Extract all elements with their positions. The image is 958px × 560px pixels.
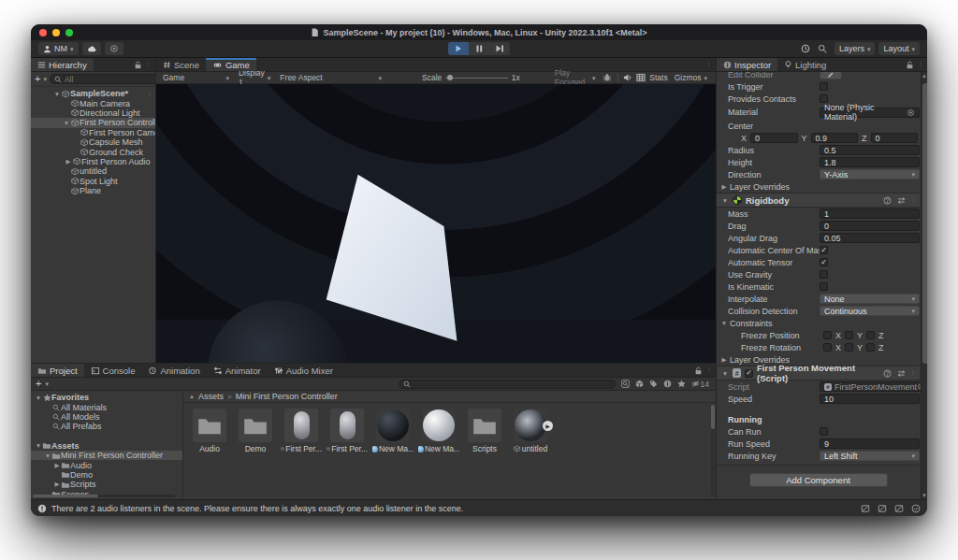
- tree-all-models[interactable]: All Models: [31, 412, 182, 422]
- use-gravity-checkbox[interactable]: [820, 270, 828, 279]
- tree-favorites[interactable]: ▼ Favorites: [31, 393, 182, 402]
- run-speed-field[interactable]: 9: [820, 438, 920, 449]
- freeze-position-x-checkbox[interactable]: [823, 331, 832, 339]
- foldout-open-icon[interactable]: ▼: [721, 370, 729, 377]
- inspector-scrollbar[interactable]: ▲ ▼: [921, 72, 927, 499]
- hierarchy-item-directional-light[interactable]: Directional Light: [31, 108, 155, 118]
- tab-lighting[interactable]: Lighting: [777, 58, 833, 71]
- kebab-menu-icon[interactable]: [147, 60, 151, 69]
- help-icon[interactable]: [883, 196, 892, 205]
- horizontal-scrollbar[interactable]: [33, 495, 175, 497]
- scroll-up-icon[interactable]: ▲: [922, 73, 927, 79]
- game-mode-dropdown[interactable]: Game ▾: [160, 73, 232, 82]
- component-enabled-checkbox[interactable]: [745, 369, 753, 378]
- minimize-window-button[interactable]: [52, 29, 60, 36]
- hierarchy-item-first-person-controller[interactable]: ▼ First Person Controller: [31, 118, 155, 127]
- tab-inspector[interactable]: Inspector: [717, 58, 777, 71]
- tab-console[interactable]: Console: [84, 364, 142, 377]
- hierarchy-item-main-camera[interactable]: Main Camera: [31, 98, 155, 108]
- cloud-button[interactable]: [82, 42, 101, 55]
- running-key-dropdown[interactable]: Left Shift ▾: [820, 451, 920, 461]
- tree-audio[interactable]: ▶ Audio: [31, 460, 182, 469]
- chevron-down-icon[interactable]: ▾: [43, 76, 47, 82]
- tree-mini-first-person-controller[interactable]: ▼ Mini First Person Controller: [31, 451, 182, 460]
- foldout-open-icon[interactable]: ▼: [35, 395, 42, 401]
- play-button[interactable]: [448, 42, 469, 55]
- foldout-closed-icon[interactable]: ▶: [53, 481, 61, 488]
- material-object-field[interactable]: None (Physic Material): [820, 108, 920, 118]
- hierarchy-item-samplescene[interactable]: ▼ SampleScene*: [31, 89, 155, 98]
- direction-dropdown[interactable]: Y-Axis ▾: [820, 169, 920, 179]
- gizmos-dropdown[interactable]: Gizmos ▾: [672, 73, 710, 82]
- lock-icon[interactable]: [906, 61, 914, 69]
- expand-subassets-icon[interactable]: ▶: [543, 421, 553, 431]
- foldout-open-icon[interactable]: ▼: [63, 120, 70, 126]
- tab-audio-mixer[interactable]: Audio Mixer: [268, 364, 340, 377]
- tree-demo[interactable]: Demo: [31, 470, 182, 480]
- project-search-input[interactable]: [411, 380, 611, 389]
- can-run-checkbox[interactable]: [820, 427, 828, 436]
- aspect-dropdown[interactable]: Free Aspect ▾: [277, 73, 385, 82]
- undo-history-icon[interactable]: [801, 44, 810, 53]
- tab-project[interactable]: Project: [31, 364, 84, 377]
- height-field[interactable]: 1.8: [820, 157, 920, 167]
- kebab-menu-icon[interactable]: [919, 60, 922, 69]
- hierarchy-item-capsule-mesh[interactable]: Capsule Mesh: [31, 137, 155, 147]
- freeze-position-z-checkbox[interactable]: [866, 331, 875, 339]
- edit-collider-button[interactable]: [820, 72, 842, 79]
- package-filter-icon[interactable]: [635, 380, 644, 388]
- scroll-down-icon[interactable]: ▼: [922, 493, 927, 498]
- hierarchy-item-first-person-audio[interactable]: ▶ First Person Audio: [31, 157, 155, 166]
- auto-center-checkbox[interactable]: [820, 246, 828, 254]
- label-filter-icon[interactable]: [649, 380, 658, 388]
- kebab-menu-icon[interactable]: [911, 368, 915, 378]
- freeze-rotation-y-checkbox[interactable]: [845, 343, 853, 352]
- tab-scene[interactable]: Scene: [156, 58, 206, 71]
- zoom-window-button[interactable]: [65, 29, 73, 36]
- status-message[interactable]: There are 2 audio listeners in the scene…: [51, 504, 463, 513]
- collision-detection-dropdown[interactable]: Continuous ▾: [820, 306, 920, 316]
- auto-tensor-checkbox[interactable]: [820, 258, 828, 266]
- services-button[interactable]: [105, 42, 123, 55]
- search-by-type-icon[interactable]: [621, 380, 630, 388]
- script-object-field[interactable]: # FirstPersonMovement: [820, 381, 927, 392]
- constraints-foldout[interactable]: ▼ Constraints: [717, 317, 920, 329]
- hierarchy-search-input[interactable]: [65, 75, 168, 84]
- collapse-icon[interactable]: ▲: [189, 394, 195, 399]
- interpolate-dropdown[interactable]: None ▾: [820, 294, 920, 304]
- asset-new-material-dark[interactable]: New Ma...: [372, 409, 414, 453]
- tree-all-prefabs[interactable]: All Prefabs: [31, 422, 182, 431]
- breadcrumb-current[interactable]: Mini First Person Controller: [236, 392, 338, 401]
- is-kinematic-checkbox[interactable]: [820, 282, 828, 291]
- foldout-closed-icon[interactable]: ▶: [65, 158, 72, 165]
- tab-hierarchy[interactable]: Hierarchy: [31, 58, 94, 71]
- mute-audio-icon[interactable]: [623, 73, 632, 82]
- asset-new-material-light[interactable]: New Ma...: [418, 409, 459, 453]
- is-trigger-checkbox[interactable]: [820, 82, 828, 91]
- tab-game[interactable]: Game: [206, 58, 256, 71]
- scrollbar-thumb[interactable]: [922, 83, 927, 364]
- asset-demo[interactable]: Demo: [235, 409, 276, 453]
- info-icon[interactable]: [663, 380, 672, 388]
- add-object-button[interactable]: +: [35, 74, 40, 84]
- tree-all-materials[interactable]: All Materials: [31, 402, 182, 411]
- hierarchy-item-untitled[interactable]: untitled: [31, 166, 155, 176]
- hidden-items-icon[interactable]: 14: [691, 380, 709, 389]
- hierarchy-item-first-person-camera[interactable]: First Person Camera: [31, 128, 155, 137]
- tab-animator[interactable]: Animator: [207, 364, 268, 377]
- stats-button[interactable]: Stats: [649, 73, 667, 82]
- vertical-scrollbar[interactable]: [711, 404, 715, 496]
- foldout-open-icon[interactable]: ▼: [44, 452, 51, 459]
- close-window-button[interactable]: [39, 29, 47, 36]
- hierarchy-item-plane[interactable]: Plane: [31, 186, 155, 195]
- mass-field[interactable]: 1: [820, 208, 920, 219]
- favorites-filter-icon[interactable]: [677, 380, 686, 388]
- kebab-menu-icon[interactable]: [148, 90, 152, 98]
- center-z-field[interactable]: 0: [871, 133, 918, 143]
- step-button[interactable]: [489, 42, 510, 55]
- vsync-grid-icon[interactable]: [636, 73, 646, 82]
- kebab-menu-icon[interactable]: [911, 195, 915, 205]
- tree-assets[interactable]: ▼ Assets: [31, 441, 182, 451]
- tree-scripts[interactable]: ▶ Scripts: [31, 480, 182, 489]
- create-asset-button[interactable]: +: [36, 379, 41, 389]
